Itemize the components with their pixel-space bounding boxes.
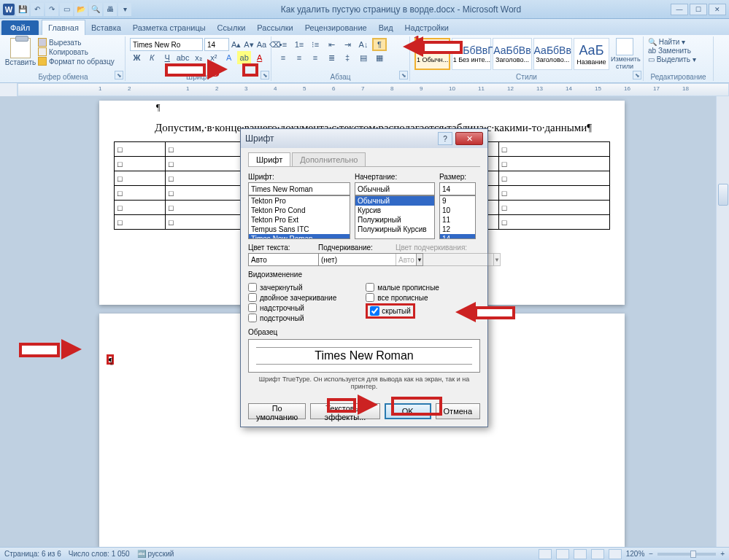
- maximize-button[interactable]: ☐: [690, 4, 707, 15]
- default-button[interactable]: По умолчанию: [248, 403, 306, 419]
- chk-smallcaps[interactable]: малые прописные: [366, 283, 439, 292]
- styles-launcher[interactable]: ⬊: [633, 71, 641, 79]
- zoom-slider[interactable]: [657, 553, 716, 556]
- shading-button[interactable]: ▤: [356, 51, 371, 64]
- align-right-button[interactable]: ≡: [308, 51, 323, 64]
- view-print-layout[interactable]: [539, 549, 552, 559]
- tab-layout[interactable]: Разметка страницы: [127, 20, 212, 35]
- tab-view[interactable]: Вид: [373, 20, 399, 35]
- align-center-button[interactable]: ≡: [292, 51, 306, 64]
- cut-button[interactable]: Вырезать: [38, 38, 115, 47]
- tab-mailings[interactable]: Рассылки: [251, 20, 298, 35]
- font-style-list[interactable]: ОбычныйКурсивПолужирныйПолужирный Курсив: [355, 195, 435, 239]
- view-web[interactable]: [574, 549, 587, 559]
- paragraph-launcher[interactable]: ⬊: [399, 71, 408, 79]
- tab-review[interactable]: Рецензирование: [299, 20, 373, 35]
- qat-open-icon[interactable]: 📂: [74, 3, 88, 16]
- font-size-list[interactable]: 910111214: [439, 195, 476, 239]
- change-case-button[interactable]: Aa: [256, 38, 267, 51]
- align-left-button[interactable]: ≡: [276, 51, 290, 64]
- minimize-button[interactable]: —: [671, 4, 688, 15]
- tab-addins[interactable]: Надстройки: [399, 20, 455, 35]
- table-cell[interactable]: □: [115, 171, 166, 186]
- dialog-tab-font[interactable]: Шрифт: [248, 152, 290, 166]
- qat-redo-icon[interactable]: ↷: [45, 3, 58, 16]
- view-draft[interactable]: [609, 549, 622, 559]
- dialog-close-button[interactable]: ✕: [455, 132, 483, 145]
- font-color-button[interactable]: A: [252, 51, 266, 64]
- increase-indent-button[interactable]: ⇥: [340, 38, 355, 51]
- status-words[interactable]: Число слов: 1 050: [69, 550, 130, 558]
- tab-insert[interactable]: Вставка: [85, 20, 127, 35]
- view-fullscreen[interactable]: [556, 549, 569, 559]
- chk-superscript[interactable]: надстрочный: [248, 303, 336, 312]
- show-pilcrow-button[interactable]: ¶: [372, 38, 387, 51]
- selected-pilcrow[interactable]: ¶: [107, 354, 114, 365]
- justify-button[interactable]: ≣: [324, 51, 339, 64]
- underline-button[interactable]: Ч: [161, 51, 174, 64]
- close-button[interactable]: ✕: [709, 4, 726, 15]
- font-size-input[interactable]: [439, 182, 476, 195]
- style-title[interactable]: АаБНазвание: [574, 38, 609, 70]
- table-cell[interactable]: □: [115, 215, 166, 230]
- line-spacing-button[interactable]: ‡: [340, 51, 355, 64]
- font-style-input[interactable]: [355, 182, 435, 195]
- file-tab[interactable]: Файл: [1, 20, 39, 35]
- style-heading2[interactable]: АаБбВвЗаголово...: [533, 38, 572, 70]
- chk-dstrike[interactable]: двойное зачеркивание: [248, 293, 336, 302]
- horizontal-ruler[interactable]: 12123456789101112131415161718: [18, 83, 729, 96]
- qat-print-icon[interactable]: 🖶: [104, 3, 117, 16]
- tab-references[interactable]: Ссылки: [212, 20, 252, 35]
- font-color-combo[interactable]: ▼: [248, 253, 314, 266]
- borders-button[interactable]: ▦: [372, 51, 387, 64]
- tab-home[interactable]: Главная: [42, 20, 85, 35]
- font-name-input[interactable]: [248, 182, 350, 195]
- table-cell[interactable]: □: [498, 215, 609, 230]
- qat-more-icon[interactable]: ▾: [118, 3, 131, 16]
- sort-button[interactable]: A↓: [356, 38, 371, 51]
- table-cell[interactable]: □: [498, 171, 609, 186]
- view-outline[interactable]: [591, 549, 604, 559]
- dialog-tab-advanced[interactable]: Дополнительно: [292, 152, 366, 166]
- table-cell[interactable]: □: [115, 157, 166, 171]
- multilevel-button[interactable]: ⁝≡: [308, 38, 323, 51]
- select-button[interactable]: ▭ Выделить ▾: [648, 55, 709, 63]
- font-size-select[interactable]: [204, 38, 229, 51]
- qat-preview-icon[interactable]: 🔍: [89, 3, 102, 16]
- table-cell[interactable]: □: [115, 201, 166, 215]
- italic-button[interactable]: К: [145, 51, 159, 64]
- chk-allcaps[interactable]: все прописные: [366, 293, 439, 302]
- table-cell[interactable]: □: [498, 142, 609, 157]
- vertical-scrollbar[interactable]: [716, 96, 729, 547]
- chk-hidden[interactable]: скрытый: [366, 303, 414, 319]
- underline-color-combo[interactable]: ▼: [396, 253, 476, 266]
- clipboard-launcher[interactable]: ⬊: [115, 71, 123, 79]
- dialog-titlebar[interactable]: Шрифт ? ✕: [241, 129, 487, 148]
- table-cell[interactable]: □: [498, 186, 609, 201]
- status-page[interactable]: Страница: 6 из 6: [4, 550, 61, 558]
- table-cell[interactable]: □: [115, 186, 166, 201]
- underline-combo[interactable]: ▼: [318, 253, 391, 266]
- style-heading1[interactable]: АаБбВвЗаголово...: [493, 38, 531, 70]
- qat-new-icon[interactable]: ▭: [60, 3, 73, 16]
- copy-button[interactable]: Копировать: [38, 47, 115, 56]
- bullets-button[interactable]: •≡: [276, 38, 290, 51]
- subscript-button[interactable]: x₂: [191, 51, 205, 64]
- zoom-thumb[interactable]: [690, 551, 696, 558]
- table-cell[interactable]: □: [498, 157, 609, 171]
- strike-button[interactable]: abc: [176, 51, 190, 64]
- zoom-in-button[interactable]: +: [720, 550, 725, 558]
- scroll-thumb[interactable]: [718, 184, 728, 206]
- font-name-list[interactable]: Tekton ProTekton Pro CondTekton Pro ExtT…: [248, 195, 350, 239]
- change-styles-button[interactable]: Изменить стили: [611, 38, 639, 70]
- dialog-help-button[interactable]: ?: [438, 132, 452, 145]
- status-zoom[interactable]: 120%: [626, 550, 645, 558]
- font-name-select[interactable]: [130, 38, 203, 51]
- qat-save-icon[interactable]: 💾: [16, 3, 29, 16]
- paste-button[interactable]: Вставить: [6, 38, 35, 66]
- bold-button[interactable]: Ж: [130, 51, 144, 64]
- find-button[interactable]: 🔍 Найти ▾: [648, 38, 709, 46]
- qat-undo-icon[interactable]: ↶: [31, 3, 44, 16]
- numbering-button[interactable]: 1≡: [292, 38, 306, 51]
- status-lang[interactable]: 🔤 русский: [137, 550, 174, 558]
